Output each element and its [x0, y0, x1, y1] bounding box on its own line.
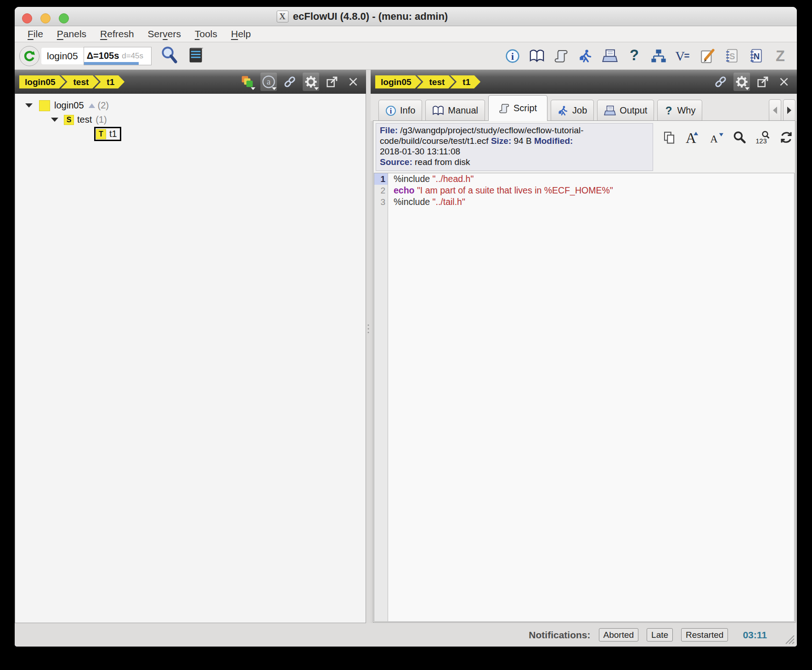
script-toolbar: A A 123	[660, 128, 795, 171]
output-panel-button[interactable]	[602, 47, 618, 65]
tab-output[interactable]: Output	[597, 100, 654, 121]
edit-button[interactable]	[699, 47, 716, 65]
tree-node-label[interactable]: test	[77, 114, 92, 125]
tree-row-suite[interactable]: S test (1)	[15, 113, 366, 127]
tab-manual[interactable]: Manual	[425, 100, 485, 121]
servers-button[interactable]	[187, 45, 205, 67]
script-panel-button[interactable]	[553, 47, 570, 65]
resize-grip[interactable]	[783, 633, 795, 645]
font-increase-icon: A	[685, 130, 700, 145]
sort-indicator-icon	[89, 103, 95, 108]
menu-file[interactable]: File	[21, 28, 50, 40]
line-number-gutter: 1 2 3	[374, 173, 388, 621]
aborted-notification-button[interactable]: Aborted	[599, 628, 639, 642]
attribute-filter-button[interactable]: a	[260, 73, 277, 91]
panels-area: login05 test t1 a	[15, 70, 797, 623]
font-decrease-icon: A	[709, 130, 723, 145]
collapse-icon[interactable]	[51, 118, 58, 122]
svg-text:A: A	[710, 133, 718, 145]
gear-icon	[735, 75, 749, 89]
breadcrumb-server[interactable]: login05	[19, 75, 66, 89]
tab-info[interactable]: i Info	[378, 100, 422, 121]
panel-splitter[interactable]	[366, 70, 371, 623]
link-button[interactable]	[282, 73, 298, 91]
refresh-server-button[interactable]	[19, 46, 39, 66]
search-button[interactable]	[159, 44, 180, 68]
s-notebook-button[interactable]: S	[723, 47, 740, 65]
menu-help[interactable]: Help	[224, 28, 258, 40]
output-printer-icon	[604, 105, 616, 117]
minimize-window-button[interactable]	[40, 13, 51, 23]
zoom-window-button[interactable]	[59, 13, 69, 23]
refresh-interval-box[interactable]: Δ=105s d=45s	[84, 47, 152, 65]
file-info-row: File: /g3/wangdp/project/study/ecflow/ec…	[373, 121, 795, 171]
child-count-badge: (2)	[98, 100, 109, 111]
tree-node-label[interactable]: t1	[109, 129, 117, 139]
tab-why[interactable]: ? Why	[657, 100, 702, 121]
close-panel-button[interactable]	[345, 73, 361, 91]
copy-button[interactable]	[660, 128, 678, 147]
z-button[interactable]: Z	[772, 47, 789, 65]
titlebar: X ecFlowUI (4.8.0) - (menu: admin)	[15, 7, 797, 26]
detail-panel-tools	[712, 73, 792, 91]
settings-button[interactable]	[733, 73, 750, 91]
tab-script[interactable]: Script	[488, 95, 547, 121]
window-title: ecFlowUI (4.8.0) - (menu: admin)	[293, 11, 448, 23]
font-decrease-button[interactable]: A	[707, 128, 725, 147]
breadcrumb-suite[interactable]: test	[417, 75, 455, 89]
detach-button[interactable]	[755, 73, 771, 91]
menu-servers[interactable]: Servers	[141, 28, 188, 40]
screen: X ecFlowUI (4.8.0) - (menu: admin) File …	[0, 0, 812, 670]
tree-view-button[interactable]	[650, 47, 667, 65]
tab-job[interactable]: Job	[551, 100, 594, 121]
n-notebook-button[interactable]: N	[748, 47, 764, 65]
tree-row-task[interactable]: T t1	[15, 127, 366, 141]
tree-node-label[interactable]: login05	[54, 100, 84, 111]
attribute-at-icon: a	[262, 75, 276, 89]
close-window-button[interactable]	[22, 13, 32, 23]
late-notification-button[interactable]: Late	[647, 628, 673, 642]
tab-scroll-left-button[interactable]	[769, 99, 781, 121]
output-printer-icon	[602, 48, 618, 64]
font-increase-button[interactable]: A	[684, 128, 701, 147]
copy-icon	[662, 130, 676, 145]
menu-panels[interactable]: Panels	[50, 28, 93, 40]
source-label: Source:	[380, 157, 412, 167]
settings-button[interactable]	[303, 73, 319, 91]
breadcrumb-suite[interactable]: test	[61, 75, 99, 89]
n-notebook-icon: N	[749, 48, 763, 64]
link-button[interactable]	[712, 73, 729, 91]
close-panel-button[interactable]	[776, 73, 792, 91]
manual-panel-button[interactable]	[529, 47, 545, 65]
menu-refresh[interactable]: Refresh	[93, 28, 141, 40]
line-number: 1	[374, 173, 388, 185]
search-icon	[732, 130, 747, 145]
collapse-icon[interactable]	[25, 103, 33, 108]
script-editor[interactable]: 1 2 3 %include "../head.h" echo "I am pa…	[374, 173, 795, 622]
why-panel-button[interactable]: ?	[626, 47, 643, 65]
menu-tools[interactable]: Tools	[188, 28, 224, 40]
goto-line-button[interactable]: 123	[754, 128, 772, 147]
variables-button[interactable]: V=	[675, 47, 691, 65]
task-status-icon: T	[96, 129, 106, 139]
breadcrumb-server[interactable]: login05	[375, 75, 422, 89]
reload-button[interactable]	[778, 128, 795, 147]
info-panel-button[interactable]: i	[504, 47, 521, 65]
script-icon	[554, 48, 569, 64]
svg-text:a: a	[267, 77, 271, 86]
job-panel-button[interactable]	[577, 47, 594, 65]
interval-value: Δ=105s	[87, 51, 119, 61]
tree-row-server[interactable]: login05 (2)	[15, 98, 366, 113]
svg-text:i: i	[390, 107, 392, 115]
tree-view-icon	[651, 48, 666, 64]
svg-text:A: A	[686, 130, 696, 145]
why-question-icon: ?	[628, 48, 641, 64]
search-button[interactable]	[731, 128, 748, 147]
detach-button[interactable]	[324, 73, 340, 91]
tab-scroll-right-button[interactable]	[783, 99, 795, 121]
server-name-label[interactable]: login05	[41, 48, 84, 64]
status-filter-button[interactable]	[239, 73, 256, 91]
clock: 03:11	[743, 630, 767, 641]
restarted-notification-button[interactable]: Restarted	[681, 628, 728, 642]
selected-node[interactable]: T t1	[94, 127, 121, 141]
